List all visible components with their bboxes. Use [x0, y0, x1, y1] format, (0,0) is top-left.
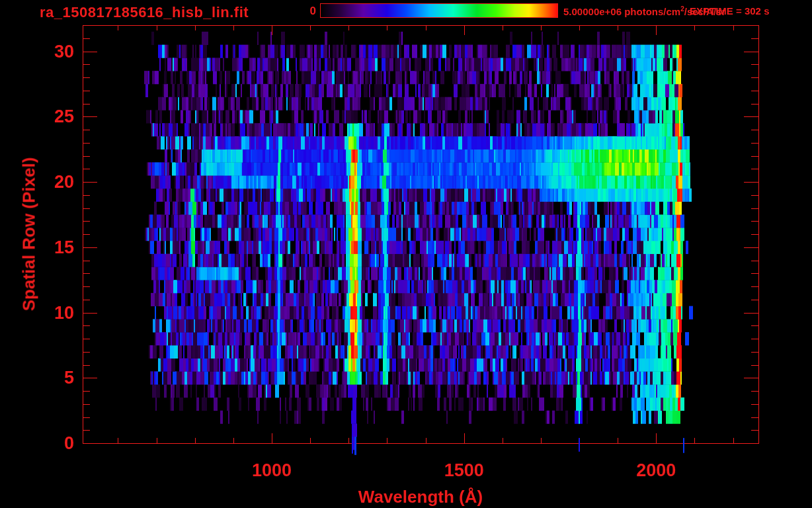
x-tick-label: 2000: [616, 460, 696, 480]
x-tick-label: 1500: [425, 460, 504, 480]
colorbar-max-label-pre: 5.00000e+06 photons/cm: [563, 6, 680, 17]
x-axis-title: Wavelength (Å): [0, 487, 812, 507]
exptime-label: EXPTIME = 302 s: [690, 5, 769, 17]
y-tick-label: 20: [20, 172, 74, 192]
y-tick-label: 25: [20, 106, 74, 126]
y-tick-label: 30: [20, 42, 74, 62]
y-tick-label: 0: [20, 433, 74, 453]
colorbar: [320, 3, 558, 18]
plot-window: ra_150817185616_hisb_lin.fit 0 5.00000e+…: [0, 0, 812, 508]
spectrogram-canvas: [0, 0, 812, 508]
y-tick-label: 15: [20, 237, 74, 257]
y-tick-label: 5: [20, 368, 74, 388]
colorbar-min-label: 0: [299, 5, 316, 18]
y-tick-label: 10: [20, 303, 74, 323]
file-title: ra_150817185616_hisb_lin.fit: [40, 4, 249, 21]
x-tick-label: 1000: [232, 460, 311, 480]
